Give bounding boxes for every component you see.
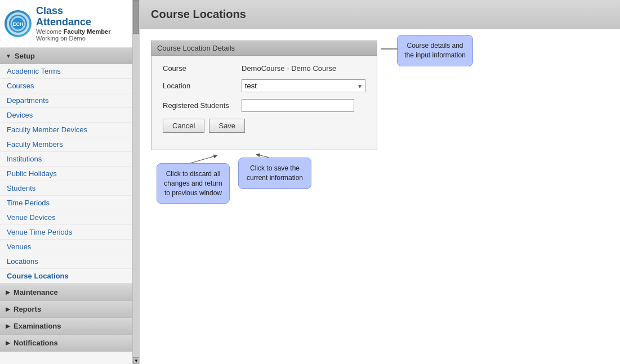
sidebar-item-faculty-members[interactable]: Faculty Members	[0, 137, 132, 152]
notifications-arrow-icon: ▶	[6, 340, 10, 346]
svg-line-4	[190, 156, 216, 163]
sidebar-scrollbar[interactable]: ▲ ▼	[132, 0, 139, 364]
form-section-title: Course Location Details	[151, 41, 377, 56]
svg-point-1	[11, 17, 25, 30]
location-label: Location	[163, 82, 242, 90]
reports-arrow-icon: ▶	[6, 306, 10, 312]
sidebar-item-institutions[interactable]: Institutions	[0, 152, 132, 167]
maintenance-section[interactable]: ▶ Maintenance	[0, 284, 132, 301]
maintenance-label: Maintenance	[14, 288, 58, 296]
sidebar-header: ECH ClassAttendance Welcome Faculty Memb…	[0, 0, 132, 48]
svg-text:ECH: ECH	[12, 21, 23, 27]
registered-students-label: Registered Students	[163, 101, 242, 110]
examinations-label: Examinations	[14, 322, 61, 330]
course-value: DemoCourse - Demo Course	[242, 64, 336, 73]
save-button[interactable]: Save	[209, 119, 245, 133]
sidebar-item-venue-time-periods[interactable]: Venue Time Periods	[0, 225, 132, 240]
location-select-wrapper: test Location A Location B	[242, 79, 365, 92]
sidebar-item-public-holidays[interactable]: Public Holidays	[0, 167, 132, 181]
app-name: ClassAttendance	[36, 6, 110, 28]
cancel-button[interactable]: Cancel	[163, 119, 204, 133]
reports-section[interactable]: ▶ Reports	[0, 301, 132, 318]
examinations-arrow-icon: ▶	[6, 323, 10, 329]
callout-cancel: Click to discard all changes and return …	[157, 163, 230, 204]
sidebar-item-locations[interactable]: Locations	[0, 254, 132, 269]
sidebar-item-venues[interactable]: Venues	[0, 240, 132, 254]
course-row: Course DemoCourse - Demo Course	[163, 64, 365, 73]
sidebar-item-courses[interactable]: Courses	[0, 79, 132, 93]
setup-section-header[interactable]: ▼ Setup	[0, 48, 132, 64]
notifications-label: Notifications	[14, 339, 58, 347]
scroll-down-button[interactable]: ▼	[133, 357, 140, 364]
setup-label: Setup	[15, 52, 35, 60]
page-body: Course Location Details Course DemoCours…	[140, 29, 620, 364]
examinations-section[interactable]: ▶ Examinations	[0, 318, 132, 335]
sidebar-item-devices[interactable]: Devices	[0, 108, 132, 123]
location-row: Location test Location A Location B	[163, 79, 365, 92]
registered-students-row: Registered Students	[163, 99, 365, 112]
scrollbar-thumb[interactable]	[133, 0, 139, 34]
sidebar-item-course-locations[interactable]: Course Locations	[0, 269, 132, 284]
welcome-text: Welcome Faculty Member Working on Demo	[36, 28, 110, 42]
setup-section: ▼ Setup Academic Terms Courses Departmen…	[0, 48, 132, 284]
sidebar-item-departments[interactable]: Departments	[0, 93, 132, 108]
notifications-section[interactable]: ▶ Notifications	[0, 335, 132, 352]
callout-course-details: Course details and the input information	[397, 35, 473, 66]
registered-students-input[interactable]	[242, 99, 354, 112]
page-header: Course Locations	[140, 0, 620, 29]
sidebar-item-faculty-member-devices[interactable]: Faculty Member Devices	[0, 123, 132, 137]
app-logo: ECH	[5, 10, 32, 37]
course-label: Course	[163, 64, 242, 73]
reports-label: Reports	[14, 305, 41, 313]
svg-point-0	[8, 14, 28, 33]
callout-save: Click to save the current information	[238, 158, 311, 189]
page-title: Course Locations	[151, 8, 609, 21]
setup-arrow-icon: ▼	[6, 53, 11, 59]
sidebar-item-time-periods[interactable]: Time Periods	[0, 196, 132, 210]
course-location-form: Course Location Details Course DemoCours…	[151, 41, 377, 150]
main-content: Course Locations Course Location Details…	[140, 0, 620, 364]
button-row: Cancel Save	[163, 119, 365, 133]
sidebar-item-venue-devices[interactable]: Venue Devices	[0, 210, 132, 225]
app-title-block: ClassAttendance Welcome Faculty Member W…	[36, 6, 110, 42]
location-select[interactable]: test Location A Location B	[242, 79, 365, 92]
maintenance-arrow-icon: ▶	[6, 289, 10, 295]
sidebar: ECH ClassAttendance Welcome Faculty Memb…	[0, 0, 140, 364]
sidebar-item-students[interactable]: Students	[0, 181, 132, 196]
sidebar-item-academic-terms[interactable]: Academic Terms	[0, 64, 132, 79]
